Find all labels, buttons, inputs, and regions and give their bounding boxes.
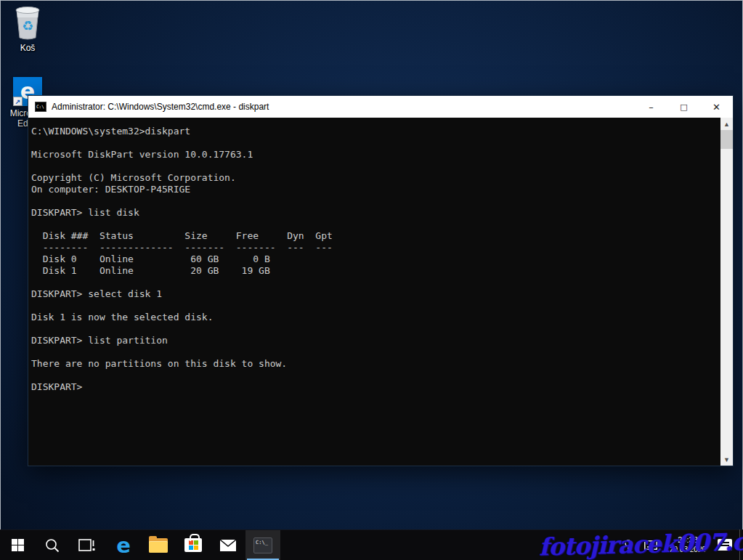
mail-icon [219, 539, 237, 552]
scrollbar-track[interactable] [720, 149, 733, 453]
system-tray: 20:33 29.03.2020 [619, 529, 743, 560]
windows-logo-icon [12, 539, 24, 551]
microsoft-store-button[interactable] [176, 530, 211, 560]
minimize-button[interactable]: – [635, 96, 667, 118]
recycle-bin-label: Koš [20, 43, 36, 53]
mail-button[interactable] [211, 530, 245, 560]
start-button[interactable] [0, 530, 35, 560]
clock-date: 29.03.2020 [665, 545, 710, 554]
scrollbar-up-icon[interactable]: ▲ [720, 118, 733, 130]
file-explorer-button[interactable] [141, 530, 176, 560]
file-explorer-icon [149, 538, 168, 553]
close-button[interactable]: ✕ [700, 96, 733, 118]
cmd-taskbar-icon: C:\_ [253, 537, 272, 553]
tray-status-icon-1[interactable] [624, 540, 634, 550]
clock-time: 20:33 [665, 535, 710, 545]
show-desktop-button[interactable] [739, 529, 743, 560]
cmd-taskbar-button[interactable]: C:\_ [245, 530, 280, 560]
search-button[interactable] [35, 530, 70, 560]
console-text: C:\WINDOWS\system32>diskpart Microsoft D… [28, 118, 720, 393]
action-center-icon[interactable] [718, 539, 732, 551]
touch-keyboard-icon[interactable] [644, 540, 657, 550]
search-icon [44, 537, 60, 553]
maximize-button[interactable]: □ [667, 96, 700, 118]
console-area: C:\WINDOWS\system32>diskpart Microsoft D… [28, 118, 733, 466]
task-view-button[interactable] [70, 530, 105, 560]
desktop: ♻ Koš e ↗ Microsoft Edge C:\ Administrat… [0, 0, 743, 560]
scrollbar-thumb[interactable] [720, 130, 733, 149]
recycle-bin-desktop-icon[interactable]: ♻ Koš [0, 4, 55, 53]
store-icon [184, 538, 202, 552]
shortcut-arrow-icon: ↗ [13, 97, 23, 106]
cmd-window-icon: C:\ [35, 102, 46, 112]
cmd-window: C:\ Administrator: C:\Windows\System32\c… [28, 95, 734, 466]
window-title: Administrator: C:\Windows\System32\cmd.e… [52, 102, 635, 112]
clock[interactable]: 20:33 29.03.2020 [665, 535, 710, 554]
cmd-titlebar[interactable]: C:\ Administrator: C:\Windows\System32\c… [28, 96, 733, 118]
svg-text:♻: ♻ [22, 18, 33, 33]
task-view-icon [78, 538, 96, 553]
recycle-bin-icon: ♻ [11, 4, 44, 41]
console-scrollbar[interactable]: ▲ ▼ [720, 118, 733, 466]
console-output[interactable]: C:\WINDOWS\system32>diskpart Microsoft D… [28, 118, 720, 466]
edge-icon: e [116, 535, 131, 556]
edge-taskbar-button[interactable]: e [106, 530, 141, 560]
scrollbar-down-icon[interactable]: ▼ [720, 453, 733, 466]
